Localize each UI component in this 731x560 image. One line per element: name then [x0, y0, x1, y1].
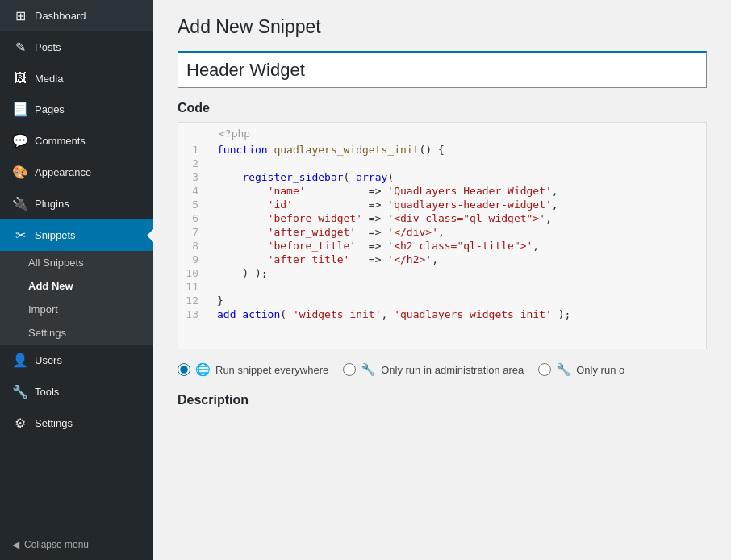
- line-content: 'after_widget' => '</div>',: [207, 225, 706, 239]
- run-option-frontend-radio[interactable]: [538, 363, 551, 376]
- line-number: 1: [178, 143, 207, 157]
- line-number: 9: [178, 253, 207, 266]
- run-option-admin-label: Only run in administration area: [381, 364, 524, 376]
- code-line: 7 'after_widget' => '</div>',: [178, 225, 706, 239]
- dashboard-icon: ⊞: [12, 8, 28, 23]
- sidebar-item-label: Comments: [35, 135, 86, 147]
- line-number: 6: [178, 211, 207, 225]
- line-content: [207, 321, 706, 335]
- sidebar-item-label: Appearance: [35, 166, 91, 178]
- collapse-icon: ◀: [12, 539, 19, 550]
- line-content: ) );: [207, 266, 706, 280]
- snippets-submenu: All Snippets Add New Import Settings: [0, 251, 153, 345]
- globe-icon: 🌐: [195, 362, 211, 377]
- line-number: 8: [178, 239, 207, 253]
- collapse-label: Collapse menu: [24, 539, 89, 550]
- line-content: function quadlayers_widgets_init() {: [207, 143, 706, 157]
- sidebar-item-users[interactable]: 👤 Users: [0, 345, 153, 376]
- php-open-tag: <?php: [178, 123, 706, 143]
- main-content: Add New Snippet Code <?php 1 function qu…: [153, 0, 731, 560]
- sidebar-item-label: Users: [35, 354, 62, 366]
- sidebar-item-media[interactable]: 🖼 Media: [0, 63, 153, 94]
- posts-icon: ✎: [12, 40, 28, 55]
- sidebar-item-settings-main[interactable]: ⚙ Settings: [0, 407, 153, 439]
- sidebar-item-label: Plugins: [35, 198, 69, 210]
- run-option-everywhere[interactable]: 🌐 Run snippet everywhere: [178, 362, 328, 377]
- sidebar-item-label: Settings: [35, 417, 73, 429]
- code-line: 13 add_action( 'widgets_init', 'quadlaye…: [178, 307, 706, 321]
- code-line: 11: [178, 280, 706, 294]
- line-number: [178, 335, 207, 349]
- line-number: 3: [178, 170, 207, 184]
- code-line: 2: [178, 157, 706, 170]
- sidebar-item-all-snippets[interactable]: All Snippets: [0, 251, 153, 274]
- line-content: [207, 335, 706, 349]
- sidebar-item-label: Media: [35, 73, 63, 85]
- run-options: 🌐 Run snippet everywhere 🔧 Only run in a…: [178, 362, 707, 377]
- line-content: add_action( 'widgets_init', 'quadlayers_…: [207, 307, 706, 321]
- sidebar-item-comments[interactable]: 💬 Comments: [0, 125, 153, 157]
- sidebar-item-tools[interactable]: 🔧 Tools: [0, 376, 153, 407]
- snippets-icon: ✂: [12, 228, 28, 243]
- sidebar-item-label: Posts: [35, 41, 61, 53]
- sidebar-item-posts[interactable]: ✎ Posts: [0, 31, 153, 63]
- line-number: 5: [178, 198, 207, 211]
- appearance-icon: 🎨: [12, 165, 28, 180]
- line-number: 4: [178, 184, 207, 198]
- line-content: [207, 280, 706, 294]
- run-option-everywhere-radio[interactable]: [178, 363, 190, 376]
- comments-icon: 💬: [12, 133, 28, 148]
- line-content: }: [207, 294, 706, 307]
- code-editor[interactable]: <?php 1 function quadlayers_widgets_init…: [178, 122, 707, 349]
- code-line: [178, 321, 706, 335]
- code-line: 3 register_sidebar( array(: [178, 170, 706, 184]
- code-lines: 1 function quadlayers_widgets_init() { 2…: [178, 143, 706, 349]
- description-section-label: Description: [178, 393, 707, 407]
- sidebar-item-import[interactable]: Import: [0, 298, 153, 321]
- run-option-frontend-label: Only run o: [576, 364, 624, 376]
- code-line: [178, 335, 706, 349]
- sidebar-item-dashboard[interactable]: ⊞ Dashboard: [0, 0, 153, 31]
- sidebar-item-plugins[interactable]: 🔌 Plugins: [0, 188, 153, 219]
- line-content: 'after_title' => '</h2>',: [207, 253, 706, 266]
- line-number: [178, 321, 207, 335]
- run-option-frontend[interactable]: 🔧 Only run o: [538, 362, 624, 377]
- media-icon: 🖼: [12, 71, 28, 86]
- line-content: [207, 157, 706, 170]
- run-option-admin[interactable]: 🔧 Only run in administration area: [343, 362, 524, 377]
- code-section-label: Code: [178, 101, 707, 115]
- frontend-icon: 🔧: [556, 362, 571, 377]
- sidebar-item-pages[interactable]: 📃 Pages: [0, 94, 153, 125]
- sidebar-item-label: Pages: [35, 103, 65, 115]
- line-content: 'name' => 'QuadLayers Header Widget',: [207, 184, 706, 198]
- tools-icon: 🔧: [12, 384, 28, 399]
- run-option-admin-radio[interactable]: [343, 363, 356, 376]
- sidebar-item-label: Tools: [35, 386, 59, 398]
- sidebar: ⊞ Dashboard ✎ Posts 🖼 Media 📃 Pages 💬 Co…: [0, 0, 153, 560]
- sidebar-item-label: Snippets: [35, 229, 76, 241]
- code-line: 12 }: [178, 294, 706, 307]
- settings-icon: ⚙: [12, 416, 28, 431]
- line-number: 7: [178, 225, 207, 239]
- line-content: register_sidebar( array(: [207, 170, 706, 184]
- page-title: Add New Snippet: [178, 16, 707, 38]
- line-content: 'before_title' => '<h2 class="ql-title">…: [207, 239, 706, 253]
- line-number: 10: [178, 266, 207, 280]
- line-content: 'id' => 'quadlayers-header-widget',: [207, 198, 706, 211]
- code-line: 5 'id' => 'quadlayers-header-widget',: [178, 198, 706, 211]
- sidebar-item-add-new[interactable]: Add New: [0, 274, 153, 298]
- sidebar-item-appearance[interactable]: 🎨 Appearance: [0, 157, 153, 188]
- sidebar-item-snippets[interactable]: ✂ Snippets: [0, 219, 153, 251]
- collapse-menu-button[interactable]: ◀ Collapse menu: [0, 529, 153, 560]
- code-line: 1 function quadlayers_widgets_init() {: [178, 143, 706, 157]
- pages-icon: 📃: [12, 102, 28, 117]
- snippet-title-input[interactable]: [178, 51, 707, 88]
- wrench-icon: 🔧: [361, 362, 376, 377]
- users-icon: 👤: [12, 353, 28, 368]
- code-line: 6 'before_widget' => '<div class="ql-wid…: [178, 211, 706, 225]
- line-number: 12: [178, 294, 207, 307]
- code-line: 10 ) );: [178, 266, 706, 280]
- sidebar-item-label: Dashboard: [35, 10, 86, 22]
- line-number: 11: [178, 280, 207, 294]
- sidebar-item-settings[interactable]: Settings: [0, 321, 153, 345]
